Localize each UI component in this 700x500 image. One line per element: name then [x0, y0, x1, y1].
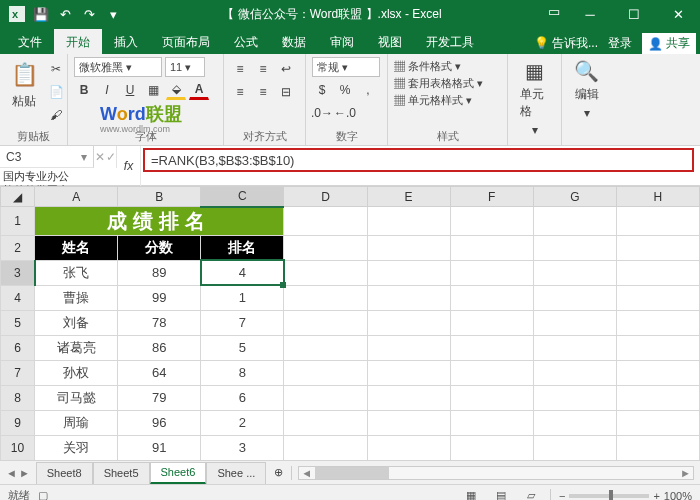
tab-file[interactable]: 文件 — [6, 29, 54, 54]
cell[interactable]: 7 — [201, 310, 284, 335]
undo-button[interactable]: ↶ — [54, 3, 76, 25]
tab-insert[interactable]: 插入 — [102, 29, 150, 54]
cell[interactable]: 78 — [118, 310, 201, 335]
editing-button[interactable]: 🔍编辑▾ — [568, 57, 605, 122]
zoom-level[interactable]: 100% — [664, 490, 692, 501]
cell[interactable]: 周瑜 — [35, 410, 118, 435]
header-cell[interactable]: 分数 — [118, 235, 201, 260]
row-header[interactable]: 6 — [1, 335, 35, 360]
cell[interactable]: 3 — [201, 435, 284, 460]
tab-formulas[interactable]: 公式 — [222, 29, 270, 54]
name-box[interactable]: C3▾ — [0, 146, 94, 168]
cell[interactable]: 6 — [201, 385, 284, 410]
close-button[interactable]: ✕ — [656, 0, 700, 28]
cell[interactable]: 96 — [118, 410, 201, 435]
align-center-button[interactable]: ≡ — [253, 82, 273, 102]
row-header[interactable]: 8 — [1, 385, 35, 410]
cell[interactable]: 孙权 — [35, 360, 118, 385]
zoom-in-button[interactable]: + — [653, 490, 659, 501]
sheet-tab[interactable]: Sheet6 — [150, 462, 207, 484]
italic-button[interactable]: I — [97, 80, 117, 100]
save-button[interactable]: 💾 — [30, 3, 52, 25]
qat-dropdown[interactable]: ▾ — [102, 3, 124, 25]
sheet-nav-prev[interactable]: ◄ — [6, 467, 17, 479]
cell[interactable]: 司马懿 — [35, 385, 118, 410]
formula-input[interactable]: =RANK(B3,$B$3:$B$10) — [143, 148, 694, 172]
bold-button[interactable]: B — [74, 80, 94, 100]
tab-developer[interactable]: 开发工具 — [414, 29, 486, 54]
cell[interactable]: 64 — [118, 360, 201, 385]
row-header[interactable]: 9 — [1, 410, 35, 435]
cells-button[interactable]: ▦单元格▾ — [514, 57, 555, 139]
font-color-button[interactable]: A — [189, 80, 209, 100]
page-break-view-button[interactable]: ▱ — [520, 488, 542, 501]
page-layout-view-button[interactable]: ▤ — [490, 488, 512, 501]
cell[interactable]: 2 — [201, 410, 284, 435]
row-header[interactable]: 4 — [1, 285, 35, 310]
cell[interactable]: 79 — [118, 385, 201, 410]
percent-button[interactable]: % — [335, 80, 355, 100]
currency-button[interactable]: $ — [312, 80, 332, 100]
fill-color-button[interactable]: ⬙ — [166, 80, 186, 100]
cell-style-button[interactable]: ▦ 单元格样式 ▾ — [394, 93, 472, 108]
table-format-button[interactable]: ▦ 套用表格格式 ▾ — [394, 76, 483, 91]
worksheet-grid[interactable]: ◢ A B C D E F G H 1成绩排名 2 姓名 分数 排名 3 张飞 … — [0, 186, 700, 460]
comma-button[interactable]: , — [358, 80, 378, 100]
cut-button[interactable]: ✂ — [46, 59, 66, 79]
tell-me[interactable]: 💡 告诉我... — [534, 35, 598, 52]
col-header-f[interactable]: F — [450, 187, 533, 207]
border-button[interactable]: ▦ — [143, 80, 163, 100]
cancel-formula-button[interactable]: ✕ — [94, 146, 105, 168]
col-header-h[interactable]: H — [616, 187, 699, 207]
cell[interactable]: 4 — [201, 260, 284, 285]
font-size-select[interactable]: 11 ▾ — [165, 57, 205, 77]
align-top-button[interactable]: ≡ — [230, 59, 250, 79]
accept-formula-button[interactable]: ✓ — [105, 146, 116, 168]
tab-home[interactable]: 开始 — [54, 29, 102, 54]
wrap-text-button[interactable]: ↩ — [276, 59, 296, 79]
new-sheet-button[interactable]: ⊕ — [266, 466, 291, 479]
format-painter-button[interactable]: 🖌 — [46, 105, 66, 125]
sheet-nav-next[interactable]: ► — [19, 467, 30, 479]
zoom-out-button[interactable]: − — [559, 490, 565, 501]
title-cell[interactable]: 成绩排名 — [35, 207, 284, 236]
col-header-d[interactable]: D — [284, 187, 367, 207]
paste-button[interactable]: 📋 粘贴 — [6, 57, 42, 112]
row-header[interactable]: 5 — [1, 310, 35, 335]
maximize-button[interactable]: ☐ — [612, 0, 656, 28]
excel-icon[interactable]: x — [6, 3, 28, 25]
header-cell[interactable]: 排名 — [201, 235, 284, 260]
sheet-tab[interactable]: Sheet8 — [36, 462, 93, 484]
cell[interactable]: 86 — [118, 335, 201, 360]
share-button[interactable]: 👤 共享 — [642, 33, 696, 54]
align-left-button[interactable]: ≡ — [230, 82, 250, 102]
tab-view[interactable]: 视图 — [366, 29, 414, 54]
cell[interactable]: 张飞 — [35, 260, 118, 285]
header-cell[interactable]: 姓名 — [35, 235, 118, 260]
tab-review[interactable]: 审阅 — [318, 29, 366, 54]
zoom-slider[interactable] — [569, 494, 649, 498]
row-header[interactable]: 10 — [1, 435, 35, 460]
select-all-corner[interactable]: ◢ — [1, 187, 35, 207]
tab-data[interactable]: 数据 — [270, 29, 318, 54]
redo-button[interactable]: ↷ — [78, 3, 100, 25]
row-header[interactable]: 1 — [1, 207, 35, 236]
row-header[interactable]: 7 — [1, 360, 35, 385]
col-header-a[interactable]: A — [35, 187, 118, 207]
cell[interactable]: 99 — [118, 285, 201, 310]
cell[interactable]: 1 — [201, 285, 284, 310]
col-header-g[interactable]: G — [533, 187, 616, 207]
decrease-decimal-button[interactable]: ←.0 — [335, 103, 355, 123]
conditional-format-button[interactable]: ▦ 条件格式 ▾ — [394, 59, 461, 74]
cell[interactable]: 8 — [201, 360, 284, 385]
copy-button[interactable]: 📄 — [46, 82, 66, 102]
fx-button[interactable]: fx — [117, 146, 141, 186]
col-header-c[interactable]: C — [201, 187, 284, 207]
row-header[interactable]: 3 — [1, 260, 35, 285]
underline-button[interactable]: U — [120, 80, 140, 100]
cell[interactable]: 5 — [201, 335, 284, 360]
cell[interactable]: 关羽 — [35, 435, 118, 460]
col-header-b[interactable]: B — [118, 187, 201, 207]
font-name-select[interactable]: 微软雅黑 ▾ — [74, 57, 162, 77]
sheet-tab[interactable]: Shee ... — [206, 462, 266, 484]
